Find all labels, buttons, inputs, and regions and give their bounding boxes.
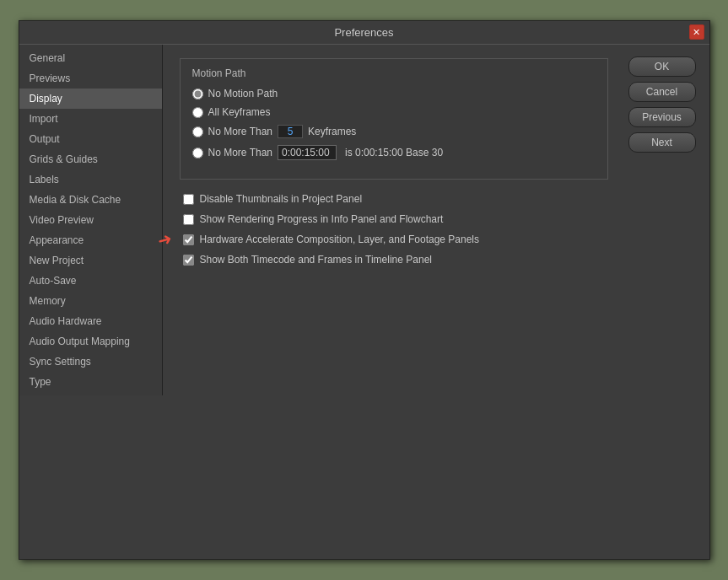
radio-row-no-more-than-time: No More Than is 0:00:15:00 Base 30 [192,145,596,160]
sidebar-item-video-preview[interactable]: Video Preview [19,210,162,230]
sidebar-item-display[interactable]: Display [19,89,162,109]
radio-no-more-than-kf[interactable] [192,126,203,137]
radio-no-more-than-time[interactable] [192,148,203,158]
sidebar-item-previews[interactable]: Previews [19,68,162,89]
preferences-dialog: Preferences ✕ General Previews Display I… [19,20,710,560]
time-suffix: is 0:00:15:00 Base 30 [345,147,443,158]
sidebar-item-labels[interactable]: Labels [19,169,162,190]
sidebar-item-memory[interactable]: Memory [19,291,162,311]
sidebar-item-type[interactable]: Type [19,372,162,392]
motion-path-group: Motion Path No Motion Path All Keyframes… [180,58,608,180]
check-label-hardware-accelerate: Hardware Accelerate Composition, Layer, … [200,234,480,245]
check-label-disable-thumbnails: Disable Thumbnails in Project Panel [200,193,363,205]
radio-no-motion-path[interactable] [192,89,203,99]
radio-label-no-motion-path: No Motion Path [208,88,278,99]
ok-button[interactable]: OK [628,56,696,77]
cancel-button[interactable]: Cancel [628,82,696,102]
sidebar-item-appearance[interactable]: Appearance [19,230,162,250]
check-label-show-timecode: Show Both Timecode and Frames in Timelin… [200,254,432,266]
sidebar-item-new-project[interactable]: New Project [19,250,162,271]
close-button[interactable]: ✕ [689,24,704,40]
checkbox-disable-thumbnails[interactable] [183,194,194,205]
check-row-hardware-accelerate: ➜ Hardware Accelerate Composition, Layer… [183,234,608,245]
radio-all-keyframes[interactable] [192,107,203,118]
previous-button[interactable]: Previous [628,107,696,127]
dialog-title: Preferences [334,26,393,39]
radio-label-all-keyframes: All Keyframes [208,106,271,118]
sidebar-item-audio-output-mapping[interactable]: Audio Output Mapping [19,331,162,352]
motion-path-title: Motion Path [192,67,596,79]
check-row-show-timecode: Show Both Timecode and Frames in Timelin… [183,254,608,266]
keyframes-count-value: 5 [278,125,303,138]
sidebar-item-auto-save[interactable]: Auto-Save [19,271,162,291]
sidebar-item-import[interactable]: Import [19,109,162,129]
sidebar: General Previews Display Import Output G… [19,45,163,395]
check-label-show-rendering-progress: Show Rendering Progress in Info Panel an… [200,213,444,225]
sidebar-item-grids-guides[interactable]: Grids & Guides [19,149,162,169]
sidebar-item-sync-settings[interactable]: Sync Settings [19,352,162,372]
dialog-body: General Previews Display Import Output G… [19,45,709,395]
time-value-input[interactable] [278,145,337,160]
radio-row-no-motion-path: No Motion Path [192,88,596,99]
check-row-disable-thumbnails: Disable Thumbnails in Project Panel [183,193,608,205]
buttons-panel: OK Cancel Previous Next [628,56,696,153]
keyframes-suffix: Keyframes [308,126,356,137]
checkbox-show-rendering-progress[interactable] [183,214,194,225]
sidebar-item-general[interactable]: General [19,48,162,68]
check-row-show-rendering-progress: Show Rendering Progress in Info Panel an… [183,213,608,225]
main-content: OK Cancel Previous Next Motion Path No M… [163,45,709,395]
radio-label-no-more-than-time: No More Than [208,147,272,158]
sidebar-item-media-disk-cache[interactable]: Media & Disk Cache [19,190,162,210]
sidebar-item-output[interactable]: Output [19,129,162,149]
checkbox-hardware-accelerate[interactable] [183,234,194,245]
checkboxes-group: Disable Thumbnails in Project Panel Show… [180,193,608,266]
radio-label-no-more-than-kf: No More Than [208,126,272,137]
radio-row-all-keyframes: All Keyframes [192,106,596,118]
radio-row-no-more-than-kf: No More Than 5 Keyframes [192,125,596,138]
checkbox-show-timecode[interactable] [183,255,194,266]
sidebar-item-audio-hardware[interactable]: Audio Hardware [19,311,162,331]
next-button[interactable]: Next [628,132,696,153]
title-bar: Preferences ✕ [19,21,709,45]
